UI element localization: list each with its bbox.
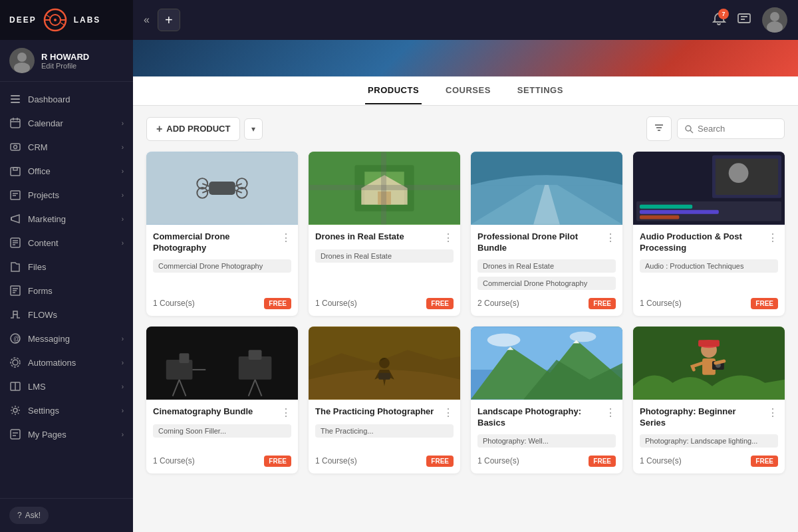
card-footer: 2 Course(s) FREE <box>477 293 616 309</box>
logo-icon <box>43 8 67 32</box>
sidebar-item-files[interactable]: Files <box>0 255 133 279</box>
nav-label-forms: Forms <box>28 286 53 296</box>
free-badge: FREE <box>589 456 616 467</box>
card-title: Cinematography Bundle <box>153 406 277 418</box>
course-count: 1 Course(s) <box>315 299 357 308</box>
chevron-right-icon: › <box>122 215 124 223</box>
user-name: R HOWARD <box>41 52 124 62</box>
card-menu-button[interactable]: ⋮ <box>443 406 454 419</box>
search-input[interactable] <box>698 124 777 134</box>
tag-pill: Coming Soon Filler... <box>153 424 291 438</box>
card-menu-button[interactable]: ⋮ <box>767 406 778 419</box>
profile-avatar[interactable] <box>762 7 787 33</box>
card-footer: 1 Course(s) FREE <box>477 450 616 467</box>
tag-pill: Audio : Production Techniques <box>640 259 778 273</box>
svg-point-8 <box>14 63 30 73</box>
card-menu-button[interactable]: ⋮ <box>605 406 616 419</box>
edit-profile-link[interactable]: Edit Profile <box>41 62 124 70</box>
card-body: Cinematography Bundle ⋮ Coming Soon Fill… <box>146 400 298 473</box>
sidebar-item-office[interactable]: Office › <box>0 159 133 183</box>
search-icon <box>684 124 694 134</box>
plus-icon: + <box>156 123 162 135</box>
sidebar-item-automations[interactable]: Automations › <box>0 350 133 374</box>
add-button[interactable]: + <box>158 9 180 31</box>
card-image-audio-production <box>633 152 785 225</box>
tag-pill: Commercial Drone Photography <box>477 277 616 290</box>
ask-label: Ask! <box>25 511 41 520</box>
content-area: PRODUCTS COURSES SETTINGS + ADD PRODUCT … <box>133 40 798 532</box>
svg-rect-72 <box>640 205 692 209</box>
product-card-photography-beginner: Photography: Beginner Series ⋮ Photograp… <box>633 327 785 473</box>
course-count: 2 Course(s) <box>477 299 519 308</box>
card-title: Audio Production & Post Processing <box>640 231 763 254</box>
sidebar-item-forms[interactable]: Forms <box>0 279 133 303</box>
filter-button[interactable] <box>646 116 672 141</box>
nav-label-calendar: Calendar <box>28 118 63 128</box>
card-body: Drones in Real Estate ⋮ Drones in Real E… <box>309 225 460 316</box>
nav-label-dashboard: Dashboard <box>28 94 70 104</box>
tag-pill: Drones in Real Estate <box>315 249 454 263</box>
card-image-photography-beginner <box>633 327 785 400</box>
sidebar-item-lms[interactable]: LMS › <box>0 374 133 398</box>
card-body: Audio Production & Post Processing ⋮ Aud… <box>633 225 785 316</box>
course-count: 1 Course(s) <box>477 456 519 466</box>
sidebar-item-flows[interactable]: FLOWs <box>0 303 133 327</box>
photography-beginner-illustration <box>633 327 785 400</box>
sidebar-item-calendar[interactable]: Calendar › <box>0 111 133 135</box>
card-menu-button[interactable]: ⋮ <box>605 231 616 244</box>
tab-settings[interactable]: SETTINGS <box>515 77 566 104</box>
svg-point-34 <box>13 360 18 365</box>
product-card-audio-production: Audio Production & Post Processing ⋮ Aud… <box>633 152 785 316</box>
real-estate-illustration <box>309 152 460 225</box>
free-badge: FREE <box>426 456 454 467</box>
chevron-right-icon: › <box>122 431 124 438</box>
sidebar-item-crm[interactable]: CRM › <box>0 135 133 159</box>
card-menu-button[interactable]: ⋮ <box>281 231 291 244</box>
sidebar-item-projects[interactable]: Projects › <box>0 183 133 207</box>
office-icon <box>9 165 21 177</box>
settings-nav-icon <box>9 404 21 416</box>
product-card-practicing-photographer: The Practicing Photographer ⋮ The Practi… <box>309 327 460 473</box>
svg-point-35 <box>11 358 20 367</box>
sidebar-user: R HOWARD Edit Profile <box>0 40 133 82</box>
sidebar-item-dashboard[interactable]: Dashboard <box>0 87 133 111</box>
lms-icon <box>9 380 21 392</box>
notifications-button[interactable]: 7 <box>712 11 726 29</box>
tab-products[interactable]: PRODUCTS <box>365 77 422 104</box>
card-menu-button[interactable]: ⋮ <box>281 406 291 419</box>
product-card-landscape-photography: Landscape Photography: Basics ⋮ Photogra… <box>471 327 622 473</box>
svg-point-75 <box>729 163 749 183</box>
card-tags: Photography: Well... <box>477 434 616 450</box>
ask-button[interactable]: ? Ask! <box>9 507 49 524</box>
notification-count-badge: 7 <box>718 9 729 19</box>
card-menu-button[interactable]: ⋮ <box>767 231 778 244</box>
sidebar-item-marketing[interactable]: Marketing › <box>0 207 133 231</box>
flows-icon <box>9 309 21 321</box>
card-footer: 1 Course(s) FREE <box>315 450 454 467</box>
card-footer: 1 Course(s) FREE <box>640 450 778 467</box>
svg-point-48 <box>686 126 691 131</box>
free-badge: FREE <box>264 456 291 467</box>
collapse-sidebar-button[interactable]: « <box>144 14 150 26</box>
tab-courses[interactable]: COURSES <box>443 77 493 104</box>
free-badge: FREE <box>264 298 291 309</box>
card-title: The Practicing Photographer <box>315 406 439 418</box>
messaging-icon: @ <box>9 332 21 344</box>
add-product-dropdown-button[interactable]: ▾ <box>244 118 263 140</box>
svg-point-43 <box>770 12 779 21</box>
sidebar-item-my-pages[interactable]: My Pages › <box>0 422 133 446</box>
professional-drone-illustration <box>471 152 622 225</box>
tag-pill: Commercial Drone Photography <box>153 259 291 273</box>
card-tags: Drones in Real Estate Commercial Drone P… <box>477 259 616 293</box>
messages-button[interactable] <box>737 11 751 29</box>
projects-icon <box>9 189 21 201</box>
card-image-professional-drone <box>471 152 622 225</box>
free-badge: FREE <box>589 298 616 309</box>
sidebar-item-settings[interactable]: Settings › <box>0 398 133 422</box>
card-menu-button[interactable]: ⋮ <box>443 231 454 244</box>
sidebar-item-messaging[interactable]: @ Messaging › <box>0 327 133 350</box>
user-avatar <box>9 48 35 73</box>
add-product-button[interactable]: + ADD PRODUCT <box>146 117 240 141</box>
sidebar-item-content[interactable]: Content › <box>0 231 133 255</box>
svg-point-17 <box>14 146 17 149</box>
